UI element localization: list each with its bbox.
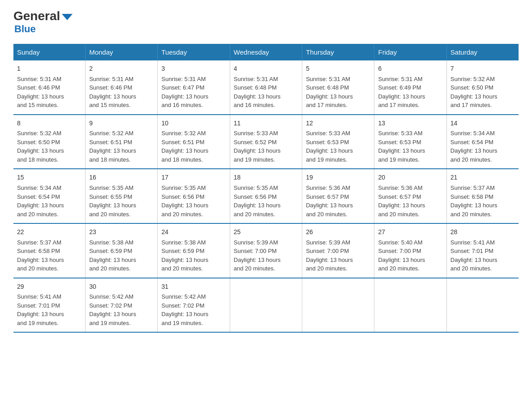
day-info: Sunrise: 5:42 AMSunset: 7:02 PMDaylight:… bbox=[161, 292, 226, 327]
logo-arrow-icon bbox=[62, 14, 73, 20]
day-info: Sunrise: 5:31 AMSunset: 6:48 PMDaylight:… bbox=[306, 75, 370, 110]
calendar-cell: 10Sunrise: 5:32 AMSunset: 6:51 PMDayligh… bbox=[158, 115, 230, 169]
day-info: Sunrise: 5:39 AMSunset: 7:00 PMDaylight:… bbox=[306, 238, 370, 273]
calendar-cell: 2Sunrise: 5:31 AMSunset: 6:46 PMDaylight… bbox=[86, 60, 158, 115]
col-header-monday: Monday bbox=[86, 44, 158, 60]
day-number: 28 bbox=[450, 227, 515, 237]
day-info: Sunrise: 5:38 AMSunset: 6:59 PMDaylight:… bbox=[89, 238, 154, 273]
week-row-1: 1Sunrise: 5:31 AMSunset: 6:46 PMDaylight… bbox=[13, 60, 519, 115]
calendar-table: SundayMondayTuesdayWednesdayThursdayFrid… bbox=[13, 44, 519, 333]
day-number: 18 bbox=[234, 173, 298, 183]
calendar-cell: 23Sunrise: 5:38 AMSunset: 6:59 PMDayligh… bbox=[86, 223, 158, 278]
calendar-cell: 16Sunrise: 5:35 AMSunset: 6:55 PMDayligh… bbox=[86, 169, 158, 223]
day-number: 15 bbox=[17, 173, 82, 183]
calendar-cell: 21Sunrise: 5:37 AMSunset: 6:58 PMDayligh… bbox=[446, 169, 519, 223]
week-row-5: 29Sunrise: 5:41 AMSunset: 7:01 PMDayligh… bbox=[13, 278, 519, 333]
calendar-cell: 24Sunrise: 5:38 AMSunset: 6:59 PMDayligh… bbox=[158, 223, 230, 278]
day-number: 13 bbox=[378, 119, 442, 128]
day-number: 17 bbox=[161, 173, 226, 183]
day-info: Sunrise: 5:37 AMSunset: 6:58 PMDaylight:… bbox=[450, 184, 515, 218]
day-info: Sunrise: 5:35 AMSunset: 6:56 PMDaylight:… bbox=[161, 184, 226, 218]
day-number: 16 bbox=[89, 173, 154, 183]
calendar-cell: 30Sunrise: 5:42 AMSunset: 7:02 PMDayligh… bbox=[86, 278, 158, 333]
col-header-tuesday: Tuesday bbox=[158, 44, 230, 60]
day-info: Sunrise: 5:33 AMSunset: 6:52 PMDaylight:… bbox=[234, 129, 298, 164]
day-number: 7 bbox=[450, 64, 515, 74]
day-info: Sunrise: 5:41 AMSunset: 7:01 PMDaylight:… bbox=[17, 292, 82, 327]
calendar-cell: 4Sunrise: 5:31 AMSunset: 6:48 PMDaylight… bbox=[230, 60, 302, 115]
day-info: Sunrise: 5:41 AMSunset: 7:01 PMDaylight:… bbox=[450, 238, 515, 273]
col-header-wednesday: Wednesday bbox=[230, 44, 302, 60]
day-number: 8 bbox=[17, 119, 82, 128]
day-info: Sunrise: 5:32 AMSunset: 6:51 PMDaylight:… bbox=[161, 129, 226, 164]
day-info: Sunrise: 5:36 AMSunset: 6:57 PMDaylight:… bbox=[378, 184, 442, 218]
day-info: Sunrise: 5:32 AMSunset: 6:51 PMDaylight:… bbox=[89, 129, 154, 164]
day-info: Sunrise: 5:40 AMSunset: 7:00 PMDaylight:… bbox=[378, 238, 442, 273]
calendar-cell bbox=[230, 278, 302, 333]
col-header-sunday: Sunday bbox=[13, 44, 86, 60]
logo-general: General bbox=[13, 9, 73, 23]
calendar-cell: 6Sunrise: 5:31 AMSunset: 6:49 PMDaylight… bbox=[374, 60, 446, 115]
day-info: Sunrise: 5:42 AMSunset: 7:02 PMDaylight:… bbox=[89, 292, 154, 327]
day-number: 20 bbox=[378, 173, 442, 183]
day-number: 4 bbox=[234, 64, 298, 74]
calendar-cell: 28Sunrise: 5:41 AMSunset: 7:01 PMDayligh… bbox=[446, 223, 519, 278]
calendar-cell: 5Sunrise: 5:31 AMSunset: 6:48 PMDaylight… bbox=[302, 60, 374, 115]
day-info: Sunrise: 5:31 AMSunset: 6:46 PMDaylight:… bbox=[89, 75, 154, 110]
day-number: 14 bbox=[450, 119, 515, 128]
day-number: 11 bbox=[234, 119, 298, 128]
col-header-friday: Friday bbox=[374, 44, 446, 60]
calendar-cell: 7Sunrise: 5:32 AMSunset: 6:50 PMDaylight… bbox=[446, 60, 519, 115]
day-info: Sunrise: 5:38 AMSunset: 6:59 PMDaylight:… bbox=[161, 238, 226, 273]
logo: General Blue bbox=[13, 9, 73, 35]
day-info: Sunrise: 5:35 AMSunset: 6:56 PMDaylight:… bbox=[234, 184, 298, 218]
calendar-cell: 1Sunrise: 5:31 AMSunset: 6:46 PMDaylight… bbox=[13, 60, 86, 115]
day-info: Sunrise: 5:31 AMSunset: 6:47 PMDaylight:… bbox=[161, 75, 226, 110]
day-number: 1 bbox=[17, 64, 82, 74]
calendar-cell: 8Sunrise: 5:32 AMSunset: 6:50 PMDaylight… bbox=[13, 115, 86, 169]
day-info: Sunrise: 5:36 AMSunset: 6:57 PMDaylight:… bbox=[306, 184, 370, 218]
day-info: Sunrise: 5:31 AMSunset: 6:46 PMDaylight:… bbox=[17, 75, 82, 110]
calendar-cell: 3Sunrise: 5:31 AMSunset: 6:47 PMDaylight… bbox=[158, 60, 230, 115]
day-info: Sunrise: 5:31 AMSunset: 6:48 PMDaylight:… bbox=[234, 75, 298, 110]
logo-blue: Blue bbox=[14, 23, 36, 35]
page-header: General Blue bbox=[13, 9, 519, 35]
day-number: 31 bbox=[161, 282, 226, 292]
day-info: Sunrise: 5:39 AMSunset: 7:00 PMDaylight:… bbox=[234, 238, 298, 273]
day-info: Sunrise: 5:32 AMSunset: 6:50 PMDaylight:… bbox=[17, 129, 82, 164]
col-header-saturday: Saturday bbox=[446, 44, 519, 60]
day-number: 25 bbox=[234, 227, 298, 237]
day-number: 30 bbox=[89, 282, 154, 292]
calendar-cell: 12Sunrise: 5:33 AMSunset: 6:53 PMDayligh… bbox=[302, 115, 374, 169]
calendar-cell: 25Sunrise: 5:39 AMSunset: 7:00 PMDayligh… bbox=[230, 223, 302, 278]
day-number: 5 bbox=[306, 64, 370, 74]
calendar-cell: 11Sunrise: 5:33 AMSunset: 6:52 PMDayligh… bbox=[230, 115, 302, 169]
calendar-cell: 29Sunrise: 5:41 AMSunset: 7:01 PMDayligh… bbox=[13, 278, 86, 333]
day-number: 23 bbox=[89, 227, 154, 237]
day-number: 24 bbox=[161, 227, 226, 237]
calendar-cell: 19Sunrise: 5:36 AMSunset: 6:57 PMDayligh… bbox=[302, 169, 374, 223]
day-number: 26 bbox=[306, 227, 370, 237]
calendar-cell: 20Sunrise: 5:36 AMSunset: 6:57 PMDayligh… bbox=[374, 169, 446, 223]
day-number: 12 bbox=[306, 119, 370, 128]
day-number: 2 bbox=[89, 64, 154, 74]
calendar-cell: 27Sunrise: 5:40 AMSunset: 7:00 PMDayligh… bbox=[374, 223, 446, 278]
day-number: 19 bbox=[306, 173, 370, 183]
day-info: Sunrise: 5:33 AMSunset: 6:53 PMDaylight:… bbox=[378, 129, 442, 164]
calendar-cell bbox=[302, 278, 374, 333]
calendar-cell: 18Sunrise: 5:35 AMSunset: 6:56 PMDayligh… bbox=[230, 169, 302, 223]
calendar-cell bbox=[446, 278, 519, 333]
day-number: 27 bbox=[378, 227, 442, 237]
calendar-cell: 9Sunrise: 5:32 AMSunset: 6:51 PMDaylight… bbox=[86, 115, 158, 169]
calendar-cell: 13Sunrise: 5:33 AMSunset: 6:53 PMDayligh… bbox=[374, 115, 446, 169]
day-number: 6 bbox=[378, 64, 442, 74]
day-info: Sunrise: 5:34 AMSunset: 6:54 PMDaylight:… bbox=[17, 184, 82, 218]
calendar-cell: 31Sunrise: 5:42 AMSunset: 7:02 PMDayligh… bbox=[158, 278, 230, 333]
day-info: Sunrise: 5:37 AMSunset: 6:58 PMDaylight:… bbox=[17, 238, 82, 273]
day-number: 21 bbox=[450, 173, 515, 183]
week-row-4: 22Sunrise: 5:37 AMSunset: 6:58 PMDayligh… bbox=[13, 223, 519, 278]
day-info: Sunrise: 5:35 AMSunset: 6:55 PMDaylight:… bbox=[89, 184, 154, 218]
day-info: Sunrise: 5:32 AMSunset: 6:50 PMDaylight:… bbox=[450, 75, 515, 110]
week-row-3: 15Sunrise: 5:34 AMSunset: 6:54 PMDayligh… bbox=[13, 169, 519, 223]
calendar-cell: 15Sunrise: 5:34 AMSunset: 6:54 PMDayligh… bbox=[13, 169, 86, 223]
